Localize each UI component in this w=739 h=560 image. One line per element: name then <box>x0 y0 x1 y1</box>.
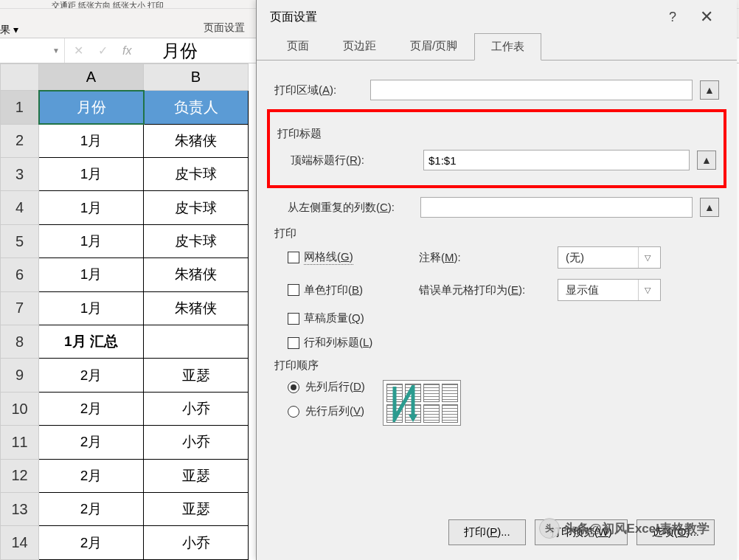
confirm-formula-button[interactable]: ✓ <box>98 44 108 58</box>
range-picker-button[interactable]: ▲ <box>697 151 716 170</box>
cell[interactable]: 2月 <box>39 359 144 392</box>
page-order-icon <box>383 380 461 426</box>
dialog-titlebar: 页面设置 ? ✕ <box>257 0 737 34</box>
row-header[interactable]: 3 <box>1 158 39 191</box>
cell[interactable]: 朱猪侠 <box>144 258 249 291</box>
range-picker-button[interactable]: ▲ <box>700 80 719 100</box>
left-ribbon-fragment: 果 ▾ <box>0 24 18 37</box>
cell[interactable]: 皮卡球 <box>144 158 249 191</box>
row-header[interactable]: 2 <box>1 124 39 157</box>
errors-label: 错误单元格打印为(E): <box>419 283 544 297</box>
tab-page[interactable]: 页面 <box>270 32 326 60</box>
row-header[interactable]: 11 <box>1 426 39 459</box>
row-header[interactable]: 4 <box>1 191 39 224</box>
cell[interactable]: 1月 汇总 <box>39 325 144 359</box>
tab-header-footer[interactable]: 页眉/页脚 <box>393 32 474 60</box>
order-section-label: 打印顺序 <box>274 359 719 373</box>
tab-margins[interactable]: 页边距 <box>326 32 393 60</box>
print-area-input[interactable] <box>370 80 693 100</box>
close-button[interactable]: ✕ <box>690 7 724 27</box>
draft-checkbox[interactable] <box>288 313 299 325</box>
left-col-input[interactable] <box>420 197 693 218</box>
comments-label: 注释(M): <box>419 251 544 265</box>
print-section-label: 打印 <box>274 227 719 241</box>
watermark-icon: 头 <box>539 518 560 539</box>
column-header-b[interactable]: B <box>144 64 249 91</box>
cell[interactable]: 2月 <box>39 493 144 526</box>
errors-select[interactable]: 显示值▽ <box>558 279 661 301</box>
page-setup-dialog: 页面设置 ? ✕ 页面 页边距 页眉/页脚 工作表 打印区域(A): ▲ 打印标… <box>256 0 737 560</box>
cell[interactable]: 皮卡球 <box>144 191 249 224</box>
row-header[interactable]: 7 <box>1 291 39 325</box>
print-button[interactable]: 打印(P)... <box>448 519 526 545</box>
cell[interactable]: 2月 <box>39 392 144 425</box>
cancel-formula-button[interactable]: ✕ <box>74 44 83 58</box>
name-box[interactable]: ▼ <box>0 38 65 63</box>
cell[interactable]: 2月 <box>39 526 144 560</box>
headings-checkbox[interactable] <box>288 337 299 349</box>
over-down-label: 先行后列(V) <box>305 404 364 418</box>
cell[interactable]: 亚瑟 <box>144 493 249 526</box>
watermark: 头 头条@初风Excel表格教学 <box>539 518 709 539</box>
cell[interactable]: 小乔 <box>144 426 249 459</box>
cell[interactable]: 1月 <box>39 291 144 325</box>
cell[interactable]: 亚瑟 <box>144 459 249 492</box>
cell[interactable]: 1月 <box>39 158 144 191</box>
down-over-radio[interactable] <box>288 381 299 393</box>
row-header[interactable]: 1 <box>1 91 39 124</box>
top-row-input[interactable] <box>423 150 690 170</box>
bw-checkbox[interactable] <box>288 284 299 296</box>
chevron-down-icon: ▽ <box>638 247 656 268</box>
fx-button[interactable]: fx <box>122 44 131 58</box>
cell[interactable]: 亚瑟 <box>144 359 249 392</box>
cell[interactable]: 1月 <box>39 191 144 224</box>
column-header-a[interactable]: A <box>39 64 144 91</box>
cell-a1[interactable]: 月份 <box>39 91 144 124</box>
top-row-label: 顶端标题行(R): <box>291 153 416 167</box>
draft-label: 草稿质量(Q) <box>304 311 364 325</box>
row-header[interactable]: 6 <box>1 258 39 291</box>
comments-select[interactable]: (无)▽ <box>558 246 661 269</box>
cell[interactable]: 朱猪侠 <box>144 291 249 325</box>
gridlines-label: 网格线(G) <box>304 250 353 265</box>
watermark-text: 头条@初风Excel表格教学 <box>564 520 709 537</box>
cell[interactable]: 2月 <box>39 426 144 459</box>
down-over-label: 先列后行(D) <box>305 380 365 394</box>
row-header[interactable]: 8 <box>1 325 39 359</box>
formula-content[interactable]: 月份 <box>140 39 198 63</box>
cell[interactable]: 朱猪侠 <box>144 124 249 157</box>
row-header[interactable]: 10 <box>1 392 39 425</box>
print-area-label: 打印区域(A): <box>274 83 363 97</box>
row-header[interactable]: 12 <box>1 459 39 492</box>
help-button[interactable]: ? <box>656 10 690 25</box>
chevron-down-icon: ▽ <box>638 280 656 300</box>
row-header[interactable]: 5 <box>1 224 39 257</box>
cell[interactable]: 1月 <box>39 258 144 291</box>
row-header[interactable]: 13 <box>1 493 39 526</box>
cell[interactable]: 小乔 <box>144 392 249 425</box>
left-col-label: 从左侧重复的列数(C): <box>288 201 413 215</box>
cell-b1[interactable]: 负责人 <box>144 91 249 124</box>
highlighted-section: 打印标题 顶端标题行(R): ▲ <box>267 109 726 188</box>
chevron-down-icon: ▼ <box>52 46 60 55</box>
cell[interactable]: 1月 <box>39 124 144 157</box>
cell[interactable]: 小乔 <box>144 526 249 560</box>
cell[interactable]: 1月 <box>39 224 144 257</box>
gridlines-checkbox[interactable] <box>288 252 299 263</box>
tab-sheet[interactable]: 工作表 <box>474 33 541 61</box>
cell[interactable]: 皮卡球 <box>144 224 249 257</box>
dialog-tabs: 页面 页边距 页眉/页脚 工作表 <box>257 34 737 61</box>
headings-label: 行和列标题(L) <box>304 336 372 350</box>
cell[interactable] <box>144 325 249 359</box>
row-header[interactable]: 9 <box>1 359 39 392</box>
over-down-radio[interactable] <box>288 406 299 418</box>
row-header[interactable]: 14 <box>1 526 39 560</box>
range-picker-button[interactable]: ▲ <box>700 198 719 217</box>
cell[interactable]: 2月 <box>39 459 144 492</box>
bw-label: 单色打印(B) <box>304 283 363 297</box>
print-titles-label: 打印标题 <box>277 127 716 141</box>
ribbon-group-label: 页面设置 <box>204 21 245 35</box>
spreadsheet[interactable]: A B 1 月份 负责人 21月朱猪侠 31月皮卡球 41月皮卡球 51月皮卡球… <box>0 63 249 560</box>
select-all-corner[interactable] <box>1 64 39 91</box>
dialog-title: 页面设置 <box>270 10 656 25</box>
